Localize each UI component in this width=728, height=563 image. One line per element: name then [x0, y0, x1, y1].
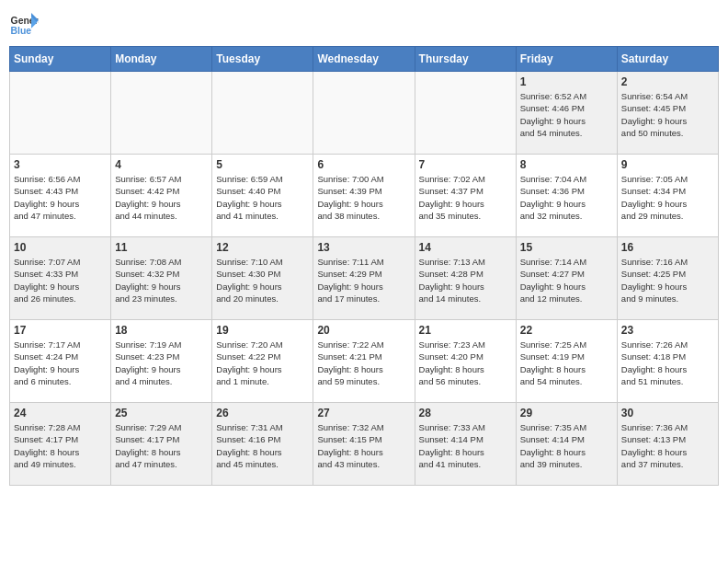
day-number: 15: [520, 241, 613, 254]
day-number: 30: [621, 407, 714, 419]
calendar-cell: 22Sunrise: 7:25 AM Sunset: 4:19 PM Dayli…: [516, 320, 617, 403]
calendar-cell: [111, 72, 212, 155]
day-info: Sunrise: 7:00 AM Sunset: 4:39 PM Dayligh…: [317, 173, 410, 222]
calendar-cell: 23Sunrise: 7:26 AM Sunset: 4:18 PM Dayli…: [617, 320, 718, 403]
svg-text:Blue: Blue: [11, 26, 32, 36]
day-number: 10: [14, 241, 107, 254]
day-info: Sunrise: 7:29 AM Sunset: 4:17 PM Dayligh…: [115, 421, 208, 470]
logo: General Blue: [9, 9, 39, 39]
weekday-header-tuesday: Tuesday: [212, 47, 313, 72]
day-number: 14: [419, 241, 512, 254]
calendar-cell: 16Sunrise: 7:16 AM Sunset: 4:25 PM Dayli…: [617, 237, 718, 320]
calendar-cell: 21Sunrise: 7:23 AM Sunset: 4:20 PM Dayli…: [415, 320, 516, 403]
day-info: Sunrise: 6:56 AM Sunset: 4:43 PM Dayligh…: [14, 173, 107, 222]
day-info: Sunrise: 7:02 AM Sunset: 4:37 PM Dayligh…: [419, 173, 512, 222]
weekday-header-wednesday: Wednesday: [313, 47, 415, 72]
weekday-header-sunday: Sunday: [10, 47, 111, 72]
day-number: 13: [317, 241, 410, 254]
day-info: Sunrise: 7:28 AM Sunset: 4:17 PM Dayligh…: [14, 421, 107, 470]
calendar-cell: [313, 72, 415, 155]
day-number: 26: [216, 407, 309, 419]
day-info: Sunrise: 7:14 AM Sunset: 4:27 PM Dayligh…: [520, 256, 613, 304]
day-info: Sunrise: 7:17 AM Sunset: 4:24 PM Dayligh…: [14, 339, 107, 387]
day-info: Sunrise: 6:54 AM Sunset: 4:45 PM Dayligh…: [621, 90, 714, 139]
day-number: 19: [216, 324, 309, 337]
calendar-cell: 3Sunrise: 6:56 AM Sunset: 4:43 PM Daylig…: [10, 155, 111, 237]
day-info: Sunrise: 7:20 AM Sunset: 4:22 PM Dayligh…: [216, 339, 309, 387]
day-info: Sunrise: 7:16 AM Sunset: 4:25 PM Dayligh…: [621, 256, 714, 304]
day-info: Sunrise: 7:11 AM Sunset: 4:29 PM Dayligh…: [317, 256, 410, 304]
day-number: 22: [520, 324, 613, 337]
day-number: 9: [621, 158, 714, 171]
day-number: 3: [14, 158, 107, 171]
calendar-cell: 12Sunrise: 7:10 AM Sunset: 4:30 PM Dayli…: [212, 237, 313, 320]
calendar-cell: 14Sunrise: 7:13 AM Sunset: 4:28 PM Dayli…: [415, 237, 516, 320]
calendar-cell: 10Sunrise: 7:07 AM Sunset: 4:33 PM Dayli…: [10, 237, 111, 320]
day-info: Sunrise: 7:33 AM Sunset: 4:14 PM Dayligh…: [419, 421, 512, 470]
calendar-cell: 17Sunrise: 7:17 AM Sunset: 4:24 PM Dayli…: [10, 320, 111, 403]
day-info: Sunrise: 7:32 AM Sunset: 4:15 PM Dayligh…: [317, 421, 410, 470]
day-number: 5: [216, 158, 309, 171]
day-info: Sunrise: 6:52 AM Sunset: 4:46 PM Dayligh…: [520, 90, 613, 139]
calendar-cell: 28Sunrise: 7:33 AM Sunset: 4:14 PM Dayli…: [415, 403, 516, 486]
calendar-cell: 4Sunrise: 6:57 AM Sunset: 4:42 PM Daylig…: [111, 155, 212, 237]
day-number: 17: [14, 324, 107, 337]
calendar-table: SundayMondayTuesdayWednesdayThursdayFrid…: [9, 46, 719, 486]
weekday-header-saturday: Saturday: [617, 47, 718, 72]
calendar-cell: 29Sunrise: 7:35 AM Sunset: 4:14 PM Dayli…: [516, 403, 617, 486]
weekday-header-monday: Monday: [111, 47, 212, 72]
day-number: 27: [317, 407, 410, 419]
day-number: 1: [520, 75, 613, 88]
calendar-cell: 9Sunrise: 7:05 AM Sunset: 4:34 PM Daylig…: [617, 155, 718, 237]
day-number: 25: [115, 407, 208, 419]
calendar-cell: 2Sunrise: 6:54 AM Sunset: 4:45 PM Daylig…: [617, 72, 718, 155]
day-number: 11: [115, 241, 208, 254]
calendar-cell: 26Sunrise: 7:31 AM Sunset: 4:16 PM Dayli…: [212, 403, 313, 486]
day-info: Sunrise: 7:23 AM Sunset: 4:20 PM Dayligh…: [419, 339, 512, 387]
day-number: 20: [317, 324, 410, 337]
day-info: Sunrise: 7:26 AM Sunset: 4:18 PM Dayligh…: [621, 339, 714, 387]
day-info: Sunrise: 6:59 AM Sunset: 4:40 PM Dayligh…: [216, 173, 309, 222]
day-number: 21: [419, 324, 512, 337]
day-number: 6: [317, 158, 410, 171]
header: General Blue: [9, 9, 719, 39]
day-number: 4: [115, 158, 208, 171]
day-info: Sunrise: 7:31 AM Sunset: 4:16 PM Dayligh…: [216, 421, 309, 470]
day-info: Sunrise: 7:04 AM Sunset: 4:36 PM Dayligh…: [520, 173, 613, 222]
day-number: 24: [14, 407, 107, 419]
day-info: Sunrise: 7:05 AM Sunset: 4:34 PM Dayligh…: [621, 173, 714, 222]
calendar-cell: 20Sunrise: 7:22 AM Sunset: 4:21 PM Dayli…: [313, 320, 415, 403]
day-info: Sunrise: 7:13 AM Sunset: 4:28 PM Dayligh…: [419, 256, 512, 304]
day-info: Sunrise: 7:25 AM Sunset: 4:19 PM Dayligh…: [520, 339, 613, 387]
day-number: 8: [520, 158, 613, 171]
day-info: Sunrise: 7:10 AM Sunset: 4:30 PM Dayligh…: [216, 256, 309, 304]
calendar-cell: 24Sunrise: 7:28 AM Sunset: 4:17 PM Dayli…: [10, 403, 111, 486]
calendar-cell: 30Sunrise: 7:36 AM Sunset: 4:13 PM Dayli…: [617, 403, 718, 486]
calendar-cell: 7Sunrise: 7:02 AM Sunset: 4:37 PM Daylig…: [415, 155, 516, 237]
weekday-header-thursday: Thursday: [415, 47, 516, 72]
calendar-cell: 15Sunrise: 7:14 AM Sunset: 4:27 PM Dayli…: [516, 237, 617, 320]
calendar-cell: 6Sunrise: 7:00 AM Sunset: 4:39 PM Daylig…: [313, 155, 415, 237]
calendar-cell: 18Sunrise: 7:19 AM Sunset: 4:23 PM Dayli…: [111, 320, 212, 403]
calendar-cell: [415, 72, 516, 155]
calendar-cell: [212, 72, 313, 155]
calendar-cell: 1Sunrise: 6:52 AM Sunset: 4:46 PM Daylig…: [516, 72, 617, 155]
day-info: Sunrise: 7:35 AM Sunset: 4:14 PM Dayligh…: [520, 421, 613, 470]
day-number: 2: [621, 75, 714, 88]
logo-icon: General Blue: [9, 9, 39, 39]
day-number: 23: [621, 324, 714, 337]
calendar-cell: 11Sunrise: 7:08 AM Sunset: 4:32 PM Dayli…: [111, 237, 212, 320]
calendar-cell: 25Sunrise: 7:29 AM Sunset: 4:17 PM Dayli…: [111, 403, 212, 486]
day-info: Sunrise: 7:07 AM Sunset: 4:33 PM Dayligh…: [14, 256, 107, 304]
calendar-cell: 13Sunrise: 7:11 AM Sunset: 4:29 PM Dayli…: [313, 237, 415, 320]
day-info: Sunrise: 6:57 AM Sunset: 4:42 PM Dayligh…: [115, 173, 208, 222]
day-info: Sunrise: 7:36 AM Sunset: 4:13 PM Dayligh…: [621, 421, 714, 470]
calendar-cell: 27Sunrise: 7:32 AM Sunset: 4:15 PM Dayli…: [313, 403, 415, 486]
weekday-header-friday: Friday: [516, 47, 617, 72]
calendar-cell: 5Sunrise: 6:59 AM Sunset: 4:40 PM Daylig…: [212, 155, 313, 237]
day-number: 28: [419, 407, 512, 419]
day-info: Sunrise: 7:22 AM Sunset: 4:21 PM Dayligh…: [317, 339, 410, 387]
day-info: Sunrise: 7:08 AM Sunset: 4:32 PM Dayligh…: [115, 256, 208, 304]
calendar-cell: [10, 72, 111, 155]
day-number: 16: [621, 241, 714, 254]
